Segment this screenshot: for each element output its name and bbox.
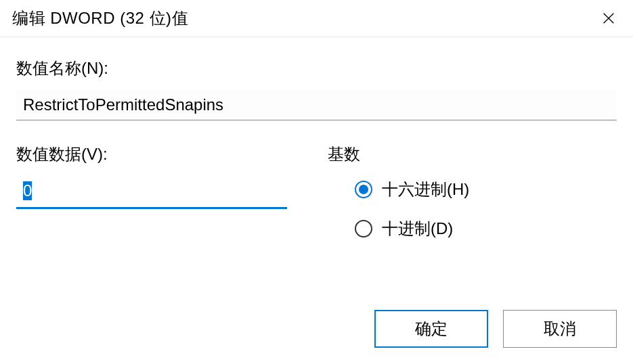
radio-decimal[interactable]: 十进制(D): [355, 218, 617, 240]
value-name-label: 数值名称(N):: [16, 58, 617, 79]
data-base-row: 数值数据(V): 基数 十六进制(H): [16, 143, 617, 240]
dialog-title: 编辑 DWORD (32 位)值: [12, 7, 188, 29]
cancel-button[interactable]: 取消: [503, 310, 617, 348]
radio-icon: [355, 220, 372, 237]
dialog-content: 数值名称(N): 数值数据(V): 基数 十六进制(H): [0, 37, 633, 310]
value-name-input[interactable]: [16, 90, 617, 120]
base-radio-group: 十六进制(H) 十进制(D): [328, 179, 617, 240]
radio-icon: [355, 181, 372, 198]
close-icon: [601, 11, 616, 26]
value-data-input[interactable]: [16, 176, 287, 209]
edit-dword-dialog: 编辑 DWORD (32 位)值 数值名称(N): 数值数据(V): 基数: [0, 0, 633, 364]
value-data-label: 数值数据(V):: [16, 143, 301, 165]
value-data-section: 数值数据(V):: [16, 143, 301, 240]
titlebar: 编辑 DWORD (32 位)值: [0, 0, 633, 37]
base-section: 基数 十六进制(H) 十进制(D): [328, 143, 617, 240]
radio-dec-label: 十进制(D): [382, 218, 453, 240]
base-label: 基数: [328, 143, 617, 165]
radio-hexadecimal[interactable]: 十六进制(H): [355, 179, 617, 200]
close-button[interactable]: [594, 5, 624, 31]
dialog-buttons: 确定 取消: [0, 310, 633, 364]
ok-button[interactable]: 确定: [374, 310, 488, 348]
radio-hex-label: 十六进制(H): [382, 179, 469, 200]
